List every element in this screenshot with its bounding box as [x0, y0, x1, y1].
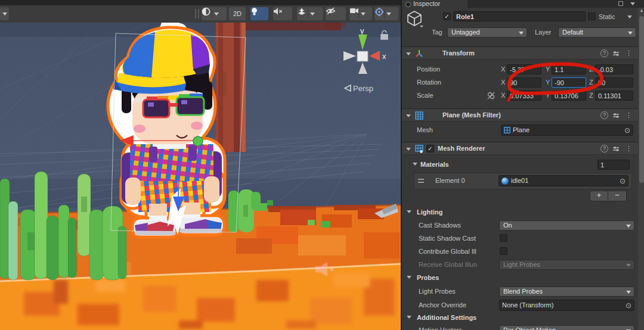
remove-material-button[interactable]: −	[608, 191, 626, 201]
effects-toggle-button[interactable]	[297, 7, 323, 20]
foldout-caret-icon[interactable]	[413, 163, 417, 166]
foldout-caret-icon[interactable]	[407, 316, 411, 319]
mesh-filter-header[interactable]: Plane (Mesh Filter) ? ⋮	[402, 108, 638, 122]
axis-x-label: X	[501, 92, 505, 99]
camera-icon	[349, 7, 359, 14]
foldout-caret-icon[interactable]	[406, 148, 411, 151]
gizmos-toggle-button[interactable]	[374, 7, 398, 20]
mesh-renderer-icon	[415, 145, 423, 153]
scrollbar-thumb[interactable]	[639, 16, 644, 183]
foldout-caret-icon[interactable]	[406, 114, 411, 117]
scroll-up-icon[interactable]: ▲	[638, 8, 644, 13]
axis-x-label: X	[501, 66, 505, 73]
unity-editor: y x Persp	[0, 0, 644, 330]
kebab-menu-icon[interactable]: ⋮	[626, 111, 632, 119]
material-sphere-icon	[501, 178, 509, 185]
presets-icon[interactable]	[612, 145, 620, 152]
rotation-z-field[interactable]: 90	[595, 77, 633, 88]
help-icon[interactable]: ?	[600, 49, 608, 57]
tag-label: Tag	[432, 29, 442, 36]
kebab-menu-icon[interactable]: ⋮	[626, 145, 632, 152]
scene-lighting-toggle[interactable]	[250, 7, 268, 20]
help-icon[interactable]: ?	[600, 145, 608, 152]
mesh-renderer-enabled-checkbox[interactable]: ✓	[426, 145, 434, 152]
help-icon[interactable]: ?	[600, 111, 608, 119]
inspector-panel: Inspector ✓ Role1 Static Tag Untagged La…	[401, 0, 644, 330]
axis-y-label: Y	[546, 79, 550, 86]
position-y-field[interactable]: 1.1	[552, 64, 586, 74]
window-maximize-icon[interactable]	[618, 1, 623, 6]
kebab-menu-icon[interactable]: ⋮	[626, 49, 632, 57]
static-shadow-caster-label: Static Shadow Cast	[419, 235, 498, 242]
scale-x-field[interactable]: 0.07333	[507, 91, 541, 101]
motion-vectors-label: Motion Vectors	[419, 326, 462, 330]
materials-count-field[interactable]: 1	[597, 160, 630, 170]
anchor-override-field[interactable]: None (Transform) ⊙	[499, 300, 634, 311]
add-material-button[interactable]: +	[590, 191, 608, 201]
camera-settings-button[interactable]	[349, 7, 372, 20]
object-picker-icon[interactable]: ⊙	[624, 127, 630, 134]
contribute-gi-checkbox[interactable]	[500, 247, 507, 255]
axis-z-label: Z	[589, 92, 593, 99]
object-picker-icon[interactable]: ⊙	[620, 178, 626, 185]
scene-audio-toggle[interactable]	[273, 7, 292, 20]
chevron-down-icon	[386, 13, 391, 15]
scale-label: Scale	[417, 92, 434, 99]
gizmo-center-cube[interactable]	[357, 51, 368, 61]
scale-z-field[interactable]: 0.11301	[595, 91, 633, 101]
inspector-tab-icon	[405, 2, 411, 7]
chevron-down-icon	[214, 13, 219, 15]
chevron-down-icon	[310, 13, 315, 15]
gizmo-x-label: x	[382, 52, 386, 61]
static-dropdown-icon[interactable]	[627, 15, 632, 18]
mesh-object-field[interactable]: Plane ⊙	[501, 124, 633, 136]
scene-tabbar	[0, 0, 401, 5]
rotation-y-field[interactable]: -90	[552, 77, 586, 88]
static-shadow-caster-checkbox[interactable]	[500, 234, 507, 242]
scene-view[interactable]: y x Persp	[0, 0, 401, 330]
scene-toolbar: 2D	[0, 5, 401, 23]
tag-dropdown[interactable]: Untagged	[447, 27, 527, 38]
mesh-renderer-header[interactable]: ✓ Mesh Renderer ? ⋮	[402, 142, 638, 155]
static-checkbox[interactable]	[588, 13, 596, 20]
transform-icon	[415, 49, 423, 58]
eye-slash-icon	[326, 7, 336, 15]
gizmo-y-label: y	[360, 26, 364, 35]
element-label: Element 0	[435, 177, 465, 184]
persp-label[interactable]: Persp	[353, 84, 373, 93]
scale-y-field[interactable]: 0.13706	[552, 91, 586, 101]
layer-label: Layer	[535, 29, 552, 36]
character-sprite[interactable]	[108, 27, 225, 237]
move-gizmo-center-handle[interactable]	[193, 136, 203, 146]
foldout-caret-icon[interactable]	[407, 276, 411, 279]
position-z-field[interactable]: -0.03	[595, 64, 633, 74]
gameobject-active-checkbox[interactable]: ✓	[443, 13, 451, 20]
foldout-caret-icon[interactable]	[406, 52, 411, 55]
gameobject-name-field[interactable]: Role1	[453, 11, 586, 21]
gameobject-cube-icon	[405, 10, 423, 27]
foldout-caret-icon[interactable]	[407, 210, 411, 213]
position-x-field[interactable]: -5.37	[507, 64, 541, 74]
cast-shadows-dropdown[interactable]: On	[499, 220, 634, 231]
unlink-icon[interactable]	[487, 92, 495, 99]
scene-tab-collapse-button[interactable]	[0, 7, 9, 20]
shading-mode-button[interactable]	[202, 7, 227, 20]
window-menu-icon[interactable]	[630, 2, 635, 5]
tab-inspector[interactable]: Inspector	[402, 0, 467, 8]
inspector-scrollbar[interactable]: ▲	[638, 8, 644, 330]
2d-toggle-button[interactable]: 2D	[229, 7, 246, 20]
rotation-x-field[interactable]: 90	[507, 77, 541, 88]
light-probes-dropdown[interactable]: Blend Probes	[499, 287, 634, 297]
drag-handle-icon[interactable]	[418, 179, 424, 183]
receive-gi-dropdown: Light Probes	[499, 260, 634, 270]
hidden-objects-toggle[interactable]	[326, 7, 346, 20]
material-object-field[interactable]: idle01 ⊙	[499, 175, 628, 186]
motion-vectors-dropdown[interactable]: Per Object Motion	[499, 325, 634, 330]
scene-canvas[interactable]: y x Persp	[0, 0, 401, 330]
presets-icon[interactable]	[612, 112, 620, 119]
object-picker-icon[interactable]: ⊙	[626, 302, 631, 309]
axis-z-label: Z	[589, 79, 593, 86]
transform-header[interactable]: Transform ? ⋮	[402, 46, 638, 60]
layer-dropdown[interactable]: Default	[558, 27, 636, 38]
presets-icon[interactable]	[612, 50, 620, 57]
